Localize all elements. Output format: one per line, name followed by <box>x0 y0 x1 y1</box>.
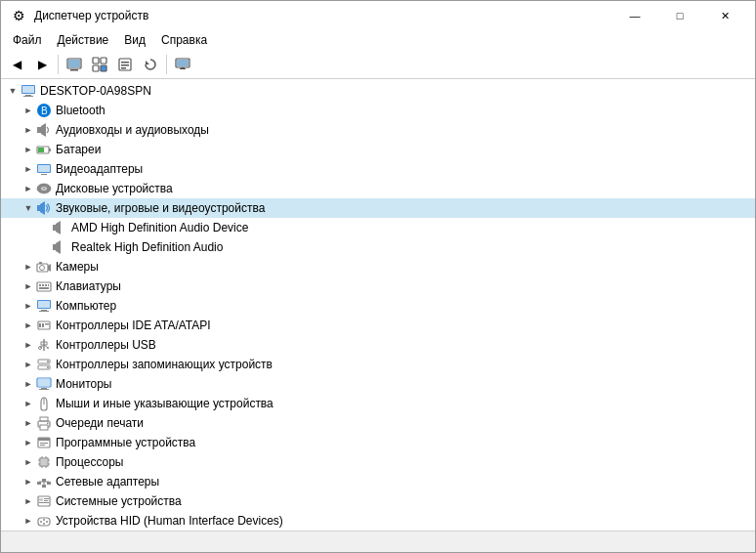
expander-print[interactable]: ► <box>21 415 36 431</box>
tree-item-disk[interactable]: ► Дисковые устройства <box>1 179 755 198</box>
icon-battery <box>36 142 52 157</box>
icon-video <box>36 161 52 177</box>
back-button[interactable]: ◀ <box>5 53 28 76</box>
expander-sound[interactable]: ▼ <box>21 200 36 216</box>
svg-point-106 <box>46 521 48 523</box>
tree-view[interactable]: ▼ DESKTOP-0A98SPN ► B <box>1 79 755 531</box>
show-hidden-button[interactable] <box>88 53 111 76</box>
svg-rect-54 <box>39 323 41 327</box>
tree-item-battery[interactable]: ► Батареи <box>1 140 755 159</box>
tree-item-bluetooth[interactable]: ► B Bluetooth <box>1 101 755 120</box>
expander-software[interactable]: ► <box>21 435 36 450</box>
tree-item-storage-ctrl[interactable]: ► Контроллеры запоминающих устройств <box>1 355 755 374</box>
expander-hid[interactable]: ► <box>21 513 36 529</box>
tree-item-monitors[interactable]: ► Мониторы <box>1 374 755 394</box>
menu-bar: Файл Действие Вид Справка <box>1 30 755 50</box>
expander-ide[interactable]: ► <box>21 318 36 333</box>
tree-item-sound[interactable]: ▼ Звуковые, игровые и видеоустройства <box>1 198 755 218</box>
tree-item-audio-io[interactable]: ► Аудиовходы и аудиовыходы <box>1 120 755 140</box>
expander-disk[interactable]: ► <box>21 181 36 196</box>
tree-item-amd-audio[interactable]: ► AMD High Definition Audio Device <box>1 218 755 237</box>
maximize-button[interactable]: □ <box>657 1 702 30</box>
expander-network[interactable]: ► <box>21 474 36 489</box>
svg-marker-23 <box>41 123 46 137</box>
tree-item-ide[interactable]: ► Контроллеры IDE ATA/ATAPI <box>1 316 755 335</box>
menu-view[interactable]: Вид <box>116 31 153 49</box>
svg-rect-25 <box>49 149 51 151</box>
minimize-button[interactable]: — <box>612 1 657 30</box>
svg-rect-6 <box>101 65 106 71</box>
expander-computer[interactable]: ► <box>21 298 36 314</box>
svg-rect-78 <box>40 443 48 444</box>
expander-video[interactable]: ► <box>21 161 36 177</box>
icon-computer-node <box>36 298 52 314</box>
tree-item-computer[interactable]: ► Компьютер <box>1 296 755 316</box>
tree-item-print[interactable]: ► Очереди печати <box>1 413 755 433</box>
tree-item-network[interactable]: ► Сетевые адаптеры <box>1 472 755 491</box>
expander-battery[interactable]: ► <box>21 142 36 157</box>
svg-rect-37 <box>53 244 56 250</box>
svg-rect-19 <box>23 96 33 97</box>
network-label: Сетевые адаптеры <box>56 475 159 489</box>
toolbar: ◀ ▶ <box>1 50 755 79</box>
tree-item-cameras[interactable]: ► Камеры <box>1 257 755 276</box>
expander-keyboards[interactable]: ► <box>21 278 36 294</box>
computer-button[interactable] <box>63 53 86 76</box>
mice-label: Мыши и иные указывающие устройства <box>56 397 273 410</box>
tree-item-realtek[interactable]: ► Realtek High Definition Audio <box>1 237 755 257</box>
icon-cameras <box>36 259 52 275</box>
svg-rect-9 <box>121 64 129 66</box>
expander-storage-ctrl[interactable]: ► <box>21 357 36 372</box>
toolbar-separator-2 <box>166 55 167 74</box>
svg-rect-35 <box>53 225 56 231</box>
expander-bluetooth[interactable]: ► <box>21 103 36 118</box>
monitor-button[interactable] <box>171 53 194 76</box>
svg-rect-2 <box>68 60 80 67</box>
tree-item-root[interactable]: ▼ DESKTOP-0A98SPN <box>1 81 755 101</box>
title-bar: ⚙ Диспетчер устройств — □ ✕ <box>1 1 755 30</box>
tree-item-hid[interactable]: ► Устройства HID (Human Interface Device… <box>1 511 755 531</box>
expander-cameras[interactable]: ► <box>21 259 36 275</box>
battery-label: Батареи <box>56 143 101 156</box>
svg-rect-48 <box>39 287 49 289</box>
system-label: Системные устройства <box>56 494 182 508</box>
expander-mice[interactable]: ► <box>21 396 36 411</box>
svg-rect-93 <box>42 485 46 488</box>
tree-item-processors[interactable]: ► Процессоры <box>1 452 755 472</box>
expander-usb[interactable]: ► <box>21 337 36 353</box>
tree-item-software[interactable]: ► Программные устройства <box>1 433 755 452</box>
svg-rect-28 <box>38 165 50 172</box>
svg-marker-38 <box>56 240 61 254</box>
video-label: Видеоадаптеры <box>56 162 143 176</box>
svg-rect-99 <box>44 498 49 499</box>
tree-item-keyboards[interactable]: ► Клавиатуры <box>1 276 755 296</box>
expander-system[interactable]: ► <box>21 493 36 509</box>
expander-processors[interactable]: ► <box>21 454 36 470</box>
svg-rect-73 <box>40 425 48 430</box>
svg-rect-74 <box>40 417 48 421</box>
tree-item-mice[interactable]: ► Мыши и иные указывающие устройства <box>1 394 755 413</box>
expander-monitors[interactable]: ► <box>21 376 36 392</box>
menu-help[interactable]: Справка <box>153 31 215 49</box>
tree-item-video[interactable]: ► Видеоадаптеры <box>1 159 755 179</box>
svg-rect-44 <box>39 284 41 286</box>
icon-system <box>36 493 52 509</box>
expander-root[interactable]: ▼ <box>5 83 21 99</box>
menu-action[interactable]: Действие <box>50 31 117 49</box>
svg-rect-55 <box>42 323 44 327</box>
svg-rect-8 <box>121 62 129 64</box>
svg-rect-79 <box>40 445 45 446</box>
tree-item-usb[interactable]: ► Контроллеры USB <box>1 335 755 355</box>
svg-rect-14 <box>180 68 186 69</box>
tree-item-system[interactable]: ► Системные устройства <box>1 491 755 511</box>
close-button[interactable]: ✕ <box>702 1 747 30</box>
menu-file[interactable]: Файл <box>5 31 50 49</box>
processors-label: Процессоры <box>56 455 124 469</box>
expander-audio-io[interactable]: ► <box>21 122 36 138</box>
svg-rect-10 <box>121 67 126 69</box>
properties-button[interactable] <box>113 53 137 76</box>
software-label: Программные устройства <box>56 436 195 449</box>
update-button[interactable] <box>139 53 162 76</box>
forward-button[interactable]: ▶ <box>30 53 54 76</box>
icon-storage-ctrl <box>36 357 52 372</box>
